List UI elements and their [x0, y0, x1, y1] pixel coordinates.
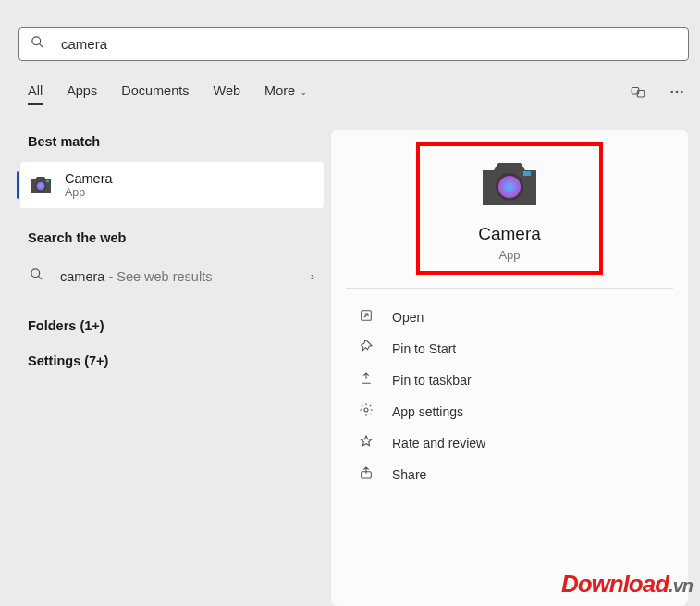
action-label: Pin to taskbar [392, 373, 472, 388]
action-share[interactable]: Share [331, 459, 688, 490]
open-icon [359, 308, 374, 327]
search-icon [31, 35, 44, 53]
snap-icon[interactable] [630, 83, 646, 104]
web-result-label: camera - See web results [60, 269, 212, 284]
camera-app-icon-large [480, 194, 539, 210]
camera-app-icon [28, 172, 54, 198]
folders-heading[interactable]: Folders (1+) [28, 318, 331, 333]
best-match-title: Camera [65, 171, 113, 186]
svg-point-8 [37, 182, 45, 191]
best-match-result[interactable]: Camera App [20, 162, 324, 208]
pin-start-icon [359, 340, 374, 358]
detail-app-type: App [420, 248, 599, 262]
tab-all[interactable]: All [28, 83, 43, 105]
action-label: App settings [392, 404, 463, 419]
svg-point-16 [364, 408, 368, 412]
search-input[interactable] [61, 36, 677, 52]
tab-more[interactable]: More ⌄ [264, 83, 307, 105]
more-options-icon[interactable] [669, 83, 685, 104]
settings-icon [359, 402, 374, 421]
svg-line-1 [39, 43, 43, 47]
best-match-subtitle: App [65, 186, 113, 199]
toolbar-right [630, 83, 685, 104]
tab-documents[interactable]: Documents [121, 83, 189, 105]
best-match-heading: Best match [28, 134, 331, 149]
settings-heading[interactable]: Settings (7+) [28, 353, 331, 368]
action-open[interactable]: Open [331, 302, 688, 333]
watermark: Download.vn [561, 570, 693, 599]
svg-point-6 [681, 91, 683, 93]
svg-point-13 [498, 176, 521, 198]
svg-point-5 [676, 91, 679, 93]
results-column: Best match Camera App Search the web cam… [0, 134, 331, 368]
search-icon [30, 267, 43, 285]
search-tabs: All Apps Documents Web More ⌄ [28, 83, 307, 105]
share-icon [359, 465, 374, 484]
search-web-heading: Search the web [28, 230, 331, 245]
actions-list: Open Pin to Start Pin to taskbar App set… [331, 302, 688, 490]
svg-point-0 [32, 37, 41, 45]
svg-rect-9 [46, 180, 49, 182]
action-label: Rate and review [392, 436, 485, 451]
action-pin-taskbar[interactable]: Pin to taskbar [331, 365, 688, 396]
chevron-down-icon: ⌄ [297, 87, 307, 97]
action-label: Share [392, 467, 426, 482]
action-rate-review[interactable]: Rate and review [331, 427, 688, 459]
details-panel: Camera App Open Pin to Start Pin to task… [331, 130, 688, 606]
svg-line-11 [38, 276, 42, 279]
tab-web[interactable]: Web [214, 83, 241, 105]
web-result-row[interactable]: camera - See web results › [28, 258, 320, 294]
chevron-right-icon: › [311, 269, 314, 283]
search-bar[interactable] [18, 27, 689, 61]
action-label: Pin to Start [392, 341, 456, 356]
rate-icon [359, 434, 374, 452]
tab-apps[interactable]: Apps [67, 83, 97, 105]
highlight-annotation: Camera App [416, 142, 603, 275]
divider [346, 288, 673, 289]
svg-point-10 [31, 269, 40, 278]
detail-app-name: Camera [420, 224, 599, 244]
action-pin-start[interactable]: Pin to Start [331, 333, 688, 365]
action-label: Open [392, 310, 424, 325]
action-app-settings[interactable]: App settings [331, 396, 688, 427]
svg-rect-14 [523, 171, 531, 176]
svg-point-4 [670, 91, 673, 93]
pin-taskbar-icon [359, 371, 374, 390]
